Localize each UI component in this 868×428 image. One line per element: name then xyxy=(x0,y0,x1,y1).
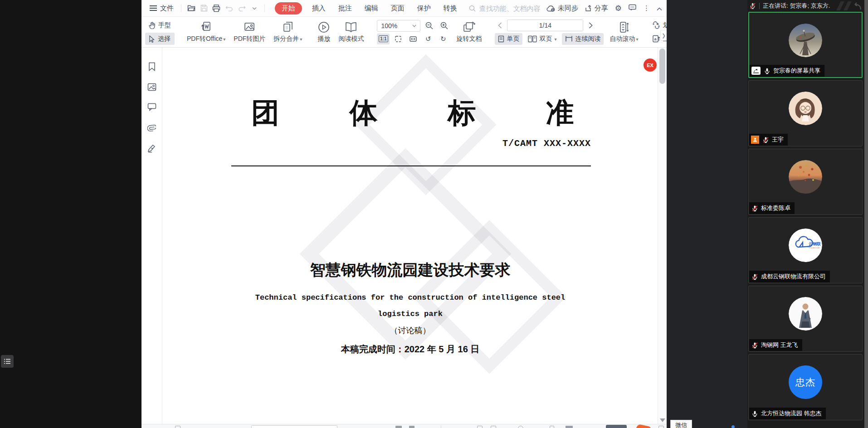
toolbar-expander-button[interactable]: ❯ xyxy=(660,30,667,41)
continuous-read-button[interactable]: 连续阅读 xyxy=(562,33,604,45)
more-quick-actions-button[interactable] xyxy=(249,3,260,14)
settings-gear-button[interactable]: ⚙ xyxy=(615,4,622,13)
full-translate-icon: a xyxy=(652,35,660,43)
split-merge-button[interactable]: 拆分合并▾ xyxy=(269,18,306,46)
zoom-in-button[interactable] xyxy=(438,20,450,31)
thumbnails-panel-button[interactable] xyxy=(147,83,156,93)
document-subtitle-en: Technical specifications for the constru… xyxy=(163,293,658,302)
actual-size-button[interactable]: 1:1 xyxy=(377,34,390,44)
attachments-panel-button[interactable] xyxy=(147,123,156,134)
heading-char: 准 xyxy=(546,94,574,132)
status-icon[interactable] xyxy=(518,426,523,428)
feedback-button[interactable] xyxy=(629,4,636,12)
comment-icon xyxy=(147,103,156,111)
save-button[interactable] xyxy=(199,3,210,14)
word-translate-label: 划词 xyxy=(663,21,667,29)
document-page[interactable]: EX 团 体 标 准 T/CAMT XXX-XXXX 智慧钢铁物流园建设技术要求… xyxy=(163,48,658,424)
tab-convert[interactable]: 转换 xyxy=(444,4,457,13)
hand-tool-label: 手型 xyxy=(158,21,171,29)
wechat-tooltip: 微信 xyxy=(670,420,692,428)
fit-width-button[interactable] xyxy=(407,34,419,44)
tab-comment[interactable]: 批注 xyxy=(338,4,352,13)
print-button[interactable] xyxy=(211,3,222,14)
zoom-out-button[interactable] xyxy=(423,20,435,31)
auto-scroll-button[interactable]: 自动滚动▾ xyxy=(605,18,642,46)
chevron-down-icon: ▾ xyxy=(636,37,638,42)
svg-text:a: a xyxy=(657,22,659,26)
undo-button[interactable] xyxy=(224,3,234,14)
header-rule xyxy=(231,165,591,166)
status-icon[interactable] xyxy=(477,426,483,428)
workspace: EX 团 体 标 准 T/CAMT XXX-XXXX 智慧钢铁物流园建设技术要求… xyxy=(141,48,667,424)
zoom-select[interactable]: 100% xyxy=(377,20,420,32)
status-icon[interactable] xyxy=(175,426,180,428)
file-menu[interactable]: 文件 xyxy=(146,4,177,13)
participant-name: 王宇 xyxy=(772,136,784,144)
status-input[interactable] xyxy=(251,425,337,428)
tab-insert[interactable]: 插入 xyxy=(312,4,326,13)
double-page-button[interactable]: 双页▾ xyxy=(525,33,560,45)
rotate-right-button[interactable]: ↻ xyxy=(437,34,449,44)
participant-tile[interactable]: 贺宗春的屏幕共享 xyxy=(748,12,863,78)
participant-tile[interactable]: 淘钢网 王龙飞 xyxy=(748,286,863,352)
fit-page-button[interactable] xyxy=(392,34,405,44)
pdf-to-office-button[interactable]: PDF转Office▾ xyxy=(183,18,229,46)
collapse-ribbon-button[interactable] xyxy=(657,5,662,12)
participant-tile[interactable]: 忠杰 北方恒达物流园 韩忠杰 xyxy=(748,354,863,420)
expand-list-button[interactable] xyxy=(1,355,14,368)
rotate-left-button[interactable]: ↺ xyxy=(422,34,434,44)
status-icon[interactable] xyxy=(606,425,627,428)
wps-orange-logo-icon[interactable] xyxy=(634,424,652,428)
tab-page[interactable]: 页面 xyxy=(391,4,405,13)
status-icon[interactable] xyxy=(566,426,573,428)
tab-home[interactable]: 开始 xyxy=(275,2,302,15)
status-icon[interactable] xyxy=(491,426,496,428)
participant-name: 标准委陈卓 xyxy=(761,204,790,212)
pdf-app-window: 文件 开始 插入 批注 编辑 页面 保护 转换 xyxy=(141,0,667,428)
select-tool-button[interactable]: 选择 xyxy=(145,33,175,45)
status-icon[interactable] xyxy=(658,426,664,428)
page-indicator-input[interactable] xyxy=(507,19,583,31)
header-decor-arrows-icon xyxy=(834,0,863,11)
status-icon[interactable] xyxy=(409,426,414,428)
search-input[interactable] xyxy=(478,4,546,13)
participant-tile[interactable]: 标准委陈卓 xyxy=(748,149,863,215)
single-page-button[interactable]: 单页 xyxy=(495,33,522,45)
wps-red-badge-icon[interactable]: EX xyxy=(644,58,657,72)
participant-tile[interactable]: 王宇 xyxy=(748,80,863,146)
participant-label: 标准委陈卓 xyxy=(749,202,795,214)
scrollbar-thumb[interactable] xyxy=(659,49,665,84)
search-box[interactable] xyxy=(469,4,546,13)
next-page-button[interactable] xyxy=(585,20,595,31)
split-merge-label: 拆分合并 xyxy=(273,35,299,43)
play-button[interactable]: 播放 xyxy=(313,18,334,46)
sync-status-button[interactable]: 未同步 xyxy=(546,4,578,13)
participant-tile[interactable]: 云钢联 YUNGANGLIAN 成都云钢联物流有限公司 xyxy=(748,217,863,283)
status-icon[interactable] xyxy=(395,426,402,428)
read-mode-button[interactable]: 阅读模式 xyxy=(334,18,368,46)
pdf-to-office-icon xyxy=(200,21,213,33)
signature-panel-button[interactable] xyxy=(147,144,156,155)
bookmarks-panel-button[interactable] xyxy=(148,62,156,73)
more-options-button[interactable]: ⋮ xyxy=(643,4,650,12)
redo-button[interactable] xyxy=(236,3,247,14)
zoom-out-icon xyxy=(425,22,433,29)
scroll-down-arrow[interactable] xyxy=(660,418,665,422)
tab-edit[interactable]: 编辑 xyxy=(365,4,378,13)
word-translate-button[interactable]: a 划词 xyxy=(652,19,667,31)
auto-scroll-label: 自动滚动 xyxy=(610,35,635,43)
status-icon[interactable] xyxy=(550,426,554,428)
logo-text: 云钢联 xyxy=(809,242,821,246)
share-button[interactable]: 分享 xyxy=(585,4,608,13)
open-file-button[interactable] xyxy=(186,3,197,14)
participant-label: 淘钢网 王龙飞 xyxy=(749,339,802,351)
pdf-to-image-button[interactable]: PDF转图片 xyxy=(229,18,269,46)
rotate-document-button[interactable]: 旋转文档 xyxy=(452,18,486,46)
previous-page-button[interactable] xyxy=(495,20,505,31)
hand-tool-button[interactable]: 手型 xyxy=(145,19,175,31)
participants-scrollbar[interactable] xyxy=(864,0,868,428)
avatar xyxy=(789,160,822,194)
tab-protect[interactable]: 保护 xyxy=(417,4,431,13)
vertical-scrollbar[interactable] xyxy=(658,48,667,424)
comments-panel-button[interactable] xyxy=(147,103,156,113)
